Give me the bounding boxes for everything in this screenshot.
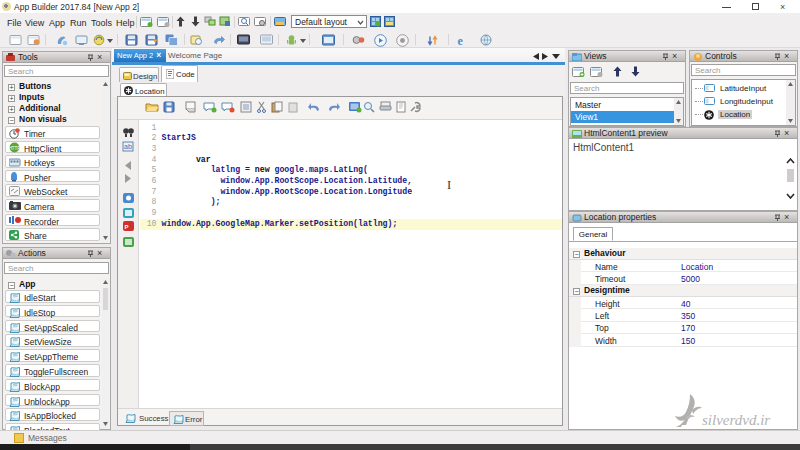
svg-text:e: e xyxy=(457,34,463,47)
svg-text:HTTP: HTTP xyxy=(9,146,20,151)
svg-text:ab: ab xyxy=(124,143,132,150)
svg-text:P: P xyxy=(125,224,129,230)
